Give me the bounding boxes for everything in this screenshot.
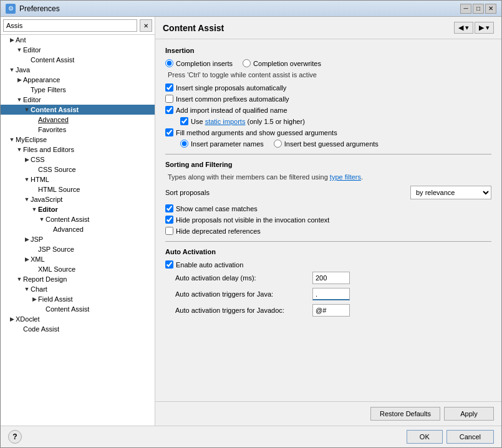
back-button[interactable]: ◀ ▾: [454, 22, 473, 34]
filter-button[interactable]: ✕: [140, 19, 152, 32]
tree-label-jsp: JSP: [31, 236, 43, 243]
completion-inserts-input[interactable]: [165, 59, 173, 67]
tree-arrow-jsp-source: [31, 245, 38, 253]
tree-item-chart[interactable]: ▼Chart: [1, 284, 155, 294]
main-content: ✕ ▶Ant▼EditorContent Assist▼Java▶Appeara…: [1, 17, 501, 426]
maximize-button[interactable]: □: [473, 4, 484, 14]
title-bar-buttons: ─ □ ✕: [460, 4, 496, 14]
tree-arrow-content-assist-1: [23, 56, 31, 64]
tree-item-editor3[interactable]: ▼Editor: [1, 204, 155, 214]
insertion-section: Insertion Completion inserts Completion …: [165, 47, 491, 148]
tree-item-html-source[interactable]: HTML Source: [1, 184, 155, 194]
insert-guessed-input[interactable]: [274, 140, 282, 148]
cb6-label: Show camel case matches: [176, 205, 258, 212]
cb2-input[interactable]: [165, 95, 173, 103]
insert-guessed-radio[interactable]: Insert best guessed arguments: [274, 140, 379, 148]
tree-arrow-jsp: ▶: [23, 236, 31, 243]
minimize-button[interactable]: ─: [460, 4, 471, 14]
tree-item-files-editors[interactable]: ▼Files and Editors: [1, 145, 155, 155]
tree-item-jsp[interactable]: ▶JSP: [1, 234, 155, 244]
tree-item-jsp-source[interactable]: JSP Source: [1, 244, 155, 254]
ok-button[interactable]: OK: [407, 430, 443, 444]
tree-arrow-myeclipse: ▼: [8, 136, 16, 143]
tree-item-advanced[interactable]: Advanced: [1, 115, 155, 125]
tree-item-favorites[interactable]: Favorites: [1, 125, 155, 135]
tree-item-javascript[interactable]: ▼JavaScript: [1, 194, 155, 204]
cancel-button[interactable]: Cancel: [446, 430, 494, 444]
tree-item-code-assist[interactable]: Code Assist: [1, 324, 155, 334]
cb7-label: Hide proposals not visible in the invoca…: [176, 216, 329, 224]
tree-label-javascript: JavaScript: [31, 196, 62, 203]
apply-button[interactable]: Apply: [444, 407, 494, 421]
cb3-input[interactable]: [165, 106, 173, 114]
tree-item-xml[interactable]: ▶XML: [1, 254, 155, 264]
sorting-section: Sorting and Filtering Types along with t…: [165, 161, 491, 235]
tree-label-content-assist-selected: Content Assist: [31, 106, 79, 113]
tree-label-html: HTML: [31, 176, 49, 183]
insert-param-label: Insert parameter names: [191, 140, 264, 148]
tree-arrow-css: ▶: [23, 156, 31, 163]
tree-arrow-content-assist-3: ▼: [38, 216, 46, 223]
tree-item-myeclipse[interactable]: ▼MyEclipse: [1, 135, 155, 145]
tree-item-appearance[interactable]: ▶Appearance: [1, 75, 155, 85]
nav-arrows: ◀ ▾ ▶ ▾: [454, 22, 494, 34]
enable-auto-row: Enable auto activation: [165, 260, 491, 269]
completion-overwrites-input[interactable]: [243, 59, 251, 67]
tree-item-css-source[interactable]: CSS Source: [1, 164, 155, 174]
auto-activation-section: Auto Activation Enable auto activation A…: [165, 248, 491, 317]
tree-item-java[interactable]: ▼Java: [1, 65, 155, 75]
tree-item-xdoclet[interactable]: ▶XDoclet: [1, 314, 155, 324]
insert-param-input[interactable]: [180, 140, 188, 148]
cb4-input[interactable]: [180, 117, 188, 125]
cb8-label: Hide deprecated references: [176, 227, 261, 235]
search-input[interactable]: [3, 19, 137, 32]
delay-input[interactable]: [312, 272, 350, 284]
tree-item-content-assist-1[interactable]: Content Assist: [1, 55, 155, 65]
tree-arrow-chart: ▼: [23, 285, 31, 293]
tree-container[interactable]: ▶Ant▼EditorContent Assist▼Java▶Appearanc…: [1, 35, 155, 426]
tree-arrow-editor2: ▼: [16, 96, 23, 103]
tree-item-ant[interactable]: ▶Ant: [1, 35, 155, 45]
tree-item-content-assist-3[interactable]: ▼Content Assist: [1, 214, 155, 224]
bottom-bar: Restore Defaults Apply: [155, 401, 501, 426]
cb6-input[interactable]: [165, 204, 173, 212]
cb5-input[interactable]: [165, 128, 173, 136]
tree-item-editor2[interactable]: ▼Editor: [1, 95, 155, 105]
preferences-window: ⚙ Preferences ─ □ ✕ ✕ ▶Ant▼EditorContent…: [0, 0, 502, 448]
help-button[interactable]: ?: [8, 430, 22, 444]
close-button[interactable]: ✕: [485, 4, 496, 14]
cb1-input[interactable]: [165, 83, 173, 92]
type-filters-link[interactable]: type filters: [330, 173, 361, 181]
sort-select[interactable]: by relevance alphabetically: [410, 186, 491, 199]
cb7-input[interactable]: [165, 216, 173, 224]
triggers-javadoc-input[interactable]: [312, 304, 350, 317]
cb6-row: Show camel case matches: [165, 204, 491, 212]
sort-row: Sort proposals by relevance alphabetical…: [165, 186, 491, 199]
forward-button[interactable]: ▶ ▾: [475, 22, 494, 34]
triggers-java-input[interactable]: [312, 288, 350, 300]
tree-item-advanced2[interactable]: Advanced: [1, 224, 155, 234]
tree-item-editor[interactable]: ▼Editor: [1, 45, 155, 55]
completion-overwrites-radio[interactable]: Completion overwrites: [243, 59, 321, 67]
tree-arrow-javascript: ▼: [23, 196, 31, 203]
restore-defaults-button[interactable]: Restore Defaults: [370, 407, 440, 421]
cb1-row: Insert single proposals automatically: [165, 83, 491, 92]
tree-item-field-assist[interactable]: ▶Field Assist: [1, 294, 155, 304]
completion-inserts-radio[interactable]: Completion inserts: [165, 59, 233, 67]
static-imports-link[interactable]: static imports: [205, 118, 246, 125]
sorting-title: Sorting and Filtering: [165, 161, 491, 168]
tree-label-content-assist-1: Content Assist: [31, 56, 74, 64]
enable-auto-input[interactable]: [165, 260, 173, 269]
tree-item-xml-source[interactable]: XML Source: [1, 264, 155, 274]
tree-item-content-assist-selected[interactable]: ▼Content Assist: [1, 105, 155, 115]
tree-item-report-design[interactable]: ▼Report Design: [1, 274, 155, 284]
tree-item-content-assist-4[interactable]: Content Assist: [1, 304, 155, 314]
tree-label-field-assist: Field Assist: [38, 295, 73, 303]
tree-arrow-field-assist: ▶: [31, 295, 38, 303]
tree-item-type-filters[interactable]: Type Filters: [1, 85, 155, 95]
insert-param-names-radio[interactable]: Insert parameter names: [180, 140, 264, 148]
search-bar: ✕: [1, 17, 155, 35]
cb8-input[interactable]: [165, 227, 173, 235]
tree-item-css[interactable]: ▶CSS: [1, 155, 155, 164]
tree-item-html[interactable]: ▼HTML: [1, 174, 155, 184]
